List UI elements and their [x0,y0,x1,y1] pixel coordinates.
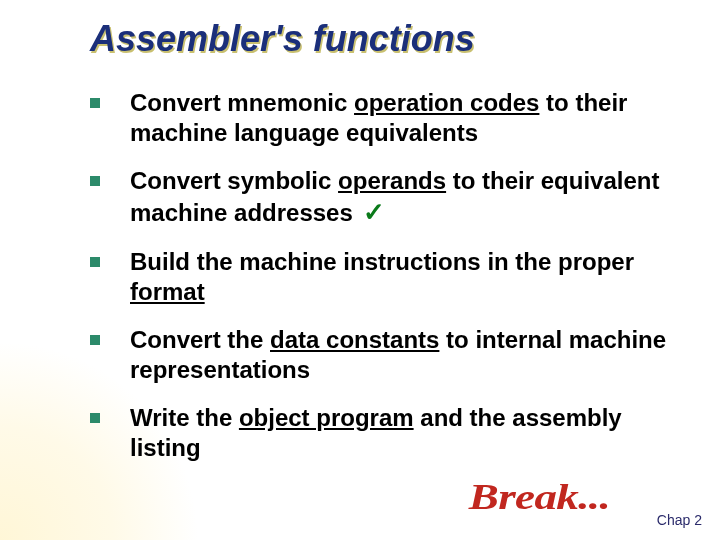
bullet-text-underlined: data constants [270,326,439,353]
bullet-text-underlined: format [130,278,205,305]
bullet-item: Build the machine instructions in the pr… [90,247,680,307]
bullet-text: Convert the [130,326,270,353]
bullet-item: Convert the data constants to internal m… [90,325,680,385]
bullet-text: Convert symbolic [130,167,338,194]
bullet-square-icon [90,176,100,186]
bullet-item: Write the object program and the assembl… [90,403,680,463]
bullet-item: Convert symbolic operands to their equiv… [90,166,680,229]
check-icon: ✓ [363,197,385,227]
bullet-item: Convert mnemonic operation codes to thei… [90,88,680,148]
bullet-square-icon [90,257,100,267]
bullet-text: Convert mnemonic [130,89,354,116]
bullet-text-underlined: operands [338,167,446,194]
bullet-list: Convert mnemonic operation codes to thei… [90,88,680,463]
bullet-text-underlined: object program [239,404,414,431]
slide-title: Assembler's functions [90,18,680,60]
bullet-square-icon [90,413,100,423]
bullet-text-underlined: operation codes [354,89,539,116]
bullet-text: Write the [130,404,239,431]
slide-container: Assembler's functions Convert mnemonic o… [0,0,720,540]
break-wordart: Break... [469,476,610,518]
bullet-square-icon [90,98,100,108]
bullet-text: Build the machine instructions in the pr… [130,248,634,275]
bullet-square-icon [90,335,100,345]
footer-chapter: Chap 2 [657,512,702,528]
